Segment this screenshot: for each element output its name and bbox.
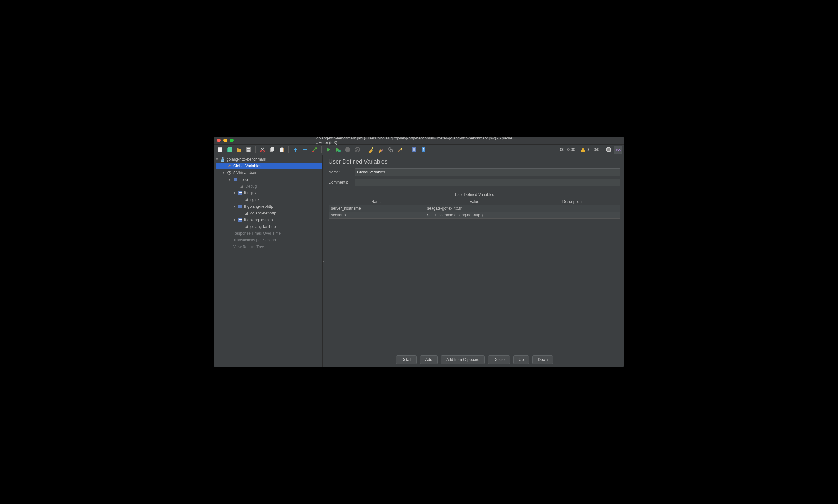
col-name[interactable]: Name: [329, 198, 425, 205]
templates-button[interactable] [225, 146, 233, 154]
col-value[interactable]: Value [425, 198, 524, 205]
cut-button[interactable] [258, 146, 267, 154]
cell-name[interactable]: server_hostname [329, 205, 425, 212]
comments-row: Comments: [329, 179, 621, 186]
tree-label: If golang-fasthttp [244, 218, 273, 222]
add-button[interactable]: Add [420, 355, 438, 364]
col-description[interactable]: Description [524, 198, 620, 205]
zoom-window-button[interactable] [230, 139, 233, 142]
tree-node-global-variables[interactable]: Global Variables [216, 163, 322, 169]
titlebar: golang-http-benchmark.jmx (/Users/nicola… [214, 137, 624, 144]
expand-toggle[interactable]: ▼ [232, 218, 237, 221]
add-button[interactable] [291, 146, 300, 154]
tree-node-debug[interactable]: Debug [229, 183, 322, 190]
expand-toggle[interactable]: ▼ [232, 204, 237, 208]
elapsed-time: 00:00:00 [560, 147, 575, 152]
help-button[interactable]: ? [419, 146, 427, 154]
sampler-icon [244, 211, 249, 216]
comments-input[interactable] [355, 179, 621, 186]
tree-node-if-golang-net-http[interactable]: ▼ If golang-net-http [229, 203, 322, 210]
function-helper-button[interactable] [410, 146, 418, 154]
start-button[interactable] [324, 146, 333, 154]
tree-node-tps[interactable]: Transactions per Second [216, 237, 322, 244]
up-button[interactable]: Up [513, 355, 529, 364]
clear-all-button[interactable] [377, 146, 385, 154]
svg-point-14 [313, 151, 314, 152]
clear-button[interactable] [367, 146, 376, 154]
svg-rect-40 [230, 232, 230, 235]
cell-value[interactable]: seagate-goflex.itix.fr [425, 205, 524, 212]
svg-rect-30 [233, 178, 238, 181]
sampler-icon [239, 184, 244, 189]
tree-node-if-nginx[interactable]: ▼ If nginx [229, 190, 322, 196]
toggle-button[interactable] [311, 146, 319, 154]
down-button[interactable]: Down [532, 355, 553, 364]
svg-rect-12 [280, 148, 283, 152]
sampler-icon [244, 224, 249, 229]
expand-toggle[interactable]: ▼ [222, 171, 226, 175]
open-button[interactable] [235, 146, 243, 154]
tree-node-loop[interactable]: ▼ Loop [223, 176, 322, 183]
name-row: Name: [329, 168, 621, 176]
svg-rect-37 [239, 219, 242, 220]
cell-value[interactable]: ${__P(scenario,golang-net-http)} [425, 212, 524, 219]
tree-label: golang-net-http [250, 211, 276, 215]
warnings-count: 0 [587, 147, 589, 152]
tree-node-response-times[interactable]: Response Times Over Time [216, 230, 322, 237]
cell-desc[interactable] [524, 205, 620, 212]
editor-panel: User Defined Variables Name: Comments: U… [325, 155, 624, 367]
toolbar: ? 00:00:00 0 0/0 [214, 144, 624, 155]
copy-button[interactable] [268, 146, 276, 154]
tree-node-golang-net-http[interactable]: golang-net-http [234, 210, 322, 216]
variables-table-wrap: User Defined Variables Name: Value Descr… [329, 191, 621, 352]
window-title: golang-http-benchmark.jmx (/Users/nicola… [316, 137, 522, 145]
cell-name[interactable]: scenario [329, 212, 425, 219]
tree-label: Loop [239, 177, 248, 182]
shutdown-button[interactable] [353, 146, 362, 154]
tree-node-thread-group[interactable]: ▼ 5 Virtual User [216, 169, 322, 176]
tree-label: 5 Virtual User [233, 170, 256, 175]
name-input[interactable] [355, 168, 621, 176]
table-row[interactable]: scenario ${__P(scenario,golang-net-http)… [329, 212, 620, 219]
variables-table[interactable]: Name: Value Description server_hostname … [329, 198, 620, 219]
delete-button[interactable]: Delete [488, 355, 510, 364]
close-window-button[interactable] [217, 139, 221, 142]
svg-point-17 [372, 147, 373, 149]
expand-toggle[interactable]: ▼ [215, 158, 219, 161]
test-plan-tree[interactable]: ▼ golang-http-benchmark Global Variables… [214, 155, 323, 367]
tree-node-if-golang-fasthttp[interactable]: ▼ If golang-fasthttp [229, 216, 322, 223]
paste-button[interactable] [278, 146, 286, 154]
cell-desc[interactable] [524, 212, 620, 219]
new-button[interactable] [215, 146, 224, 154]
controller-icon [238, 217, 243, 222]
svg-rect-24 [582, 151, 583, 151]
chart-icon [227, 244, 232, 249]
search-button[interactable] [386, 146, 395, 154]
tree-node-view-results[interactable]: View Results Tree [216, 244, 322, 250]
start-no-pause-button[interactable] [334, 146, 342, 154]
table-row[interactable]: server_hostname seagate-goflex.itix.fr [329, 205, 620, 212]
tree-node-nginx[interactable]: nginx [234, 196, 322, 203]
add-clipboard-button[interactable]: Add from Clipboard [441, 355, 485, 364]
svg-rect-45 [229, 246, 229, 249]
remove-button[interactable] [301, 146, 309, 154]
svg-point-8 [263, 151, 265, 152]
sampler-icon [244, 197, 249, 202]
minimize-window-button[interactable] [223, 139, 227, 142]
tree-label: Debug [245, 184, 257, 188]
warnings-indicator[interactable]: 0 [580, 147, 589, 152]
svg-rect-38 [228, 234, 228, 235]
save-button[interactable] [244, 146, 253, 154]
panel-heading: User Defined Variables [329, 158, 621, 165]
stop-button[interactable] [344, 146, 352, 154]
svg-rect-34 [238, 205, 242, 208]
reset-search-button[interactable] [396, 146, 404, 154]
expand-toggle[interactable]: ▼ [232, 191, 237, 195]
tree-node-golang-fasthttp[interactable]: golang-fasthttp [234, 223, 322, 230]
tree-label: golang-http-benchmark [227, 157, 266, 162]
controller-icon [238, 191, 243, 196]
tree-node-test-plan[interactable]: ▼ golang-http-benchmark [214, 156, 322, 163]
detail-button[interactable]: Detail [396, 355, 417, 364]
expand-toggle[interactable]: ▼ [228, 178, 232, 181]
svg-rect-41 [228, 240, 228, 242]
